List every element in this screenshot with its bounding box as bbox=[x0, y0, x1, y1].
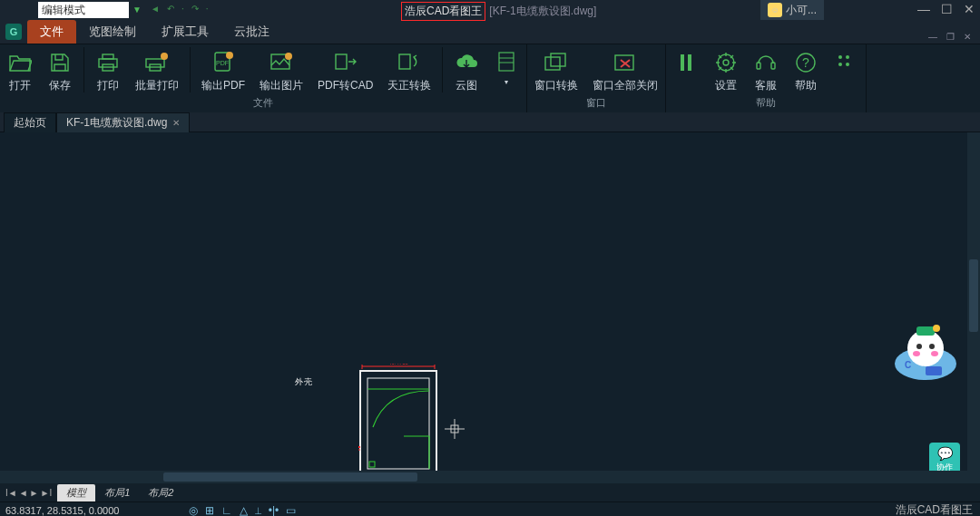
user-badge[interactable]: ☺ 小可... bbox=[760, 0, 824, 20]
winswitch-button[interactable]: 窗口转换 bbox=[527, 44, 585, 95]
svg-rect-11 bbox=[336, 54, 347, 69]
mode-dropdown-icon[interactable]: ▼ bbox=[132, 5, 142, 15]
tianzheng-button[interactable]: 天正转换 bbox=[380, 44, 438, 95]
svg-point-49 bbox=[929, 344, 935, 349]
clouddraw-button[interactable]: 云图 bbox=[446, 44, 486, 95]
document-name: [KF-1电缆敷设图.dwg] bbox=[489, 4, 596, 19]
tab-start[interactable]: 起始页 bbox=[4, 112, 56, 132]
status-grid-icon[interactable]: ⊞ bbox=[205, 504, 214, 517]
separator bbox=[190, 47, 191, 92]
tab-document[interactable]: KF-1电缆敷设图.dwg✕ bbox=[56, 112, 190, 132]
file-panel-button[interactable]: ▾ bbox=[486, 44, 526, 95]
nav-last-icon[interactable]: ►I bbox=[41, 488, 53, 498]
nav-next-icon[interactable]: ► bbox=[30, 488, 39, 498]
window-controls: — ☐ ✕ bbox=[917, 2, 975, 16]
nav-prev-icon[interactable]: ◄ bbox=[19, 488, 28, 498]
printer-icon bbox=[95, 50, 121, 75]
svg-rect-20 bbox=[688, 54, 691, 71]
batchprint-icon bbox=[144, 50, 170, 75]
svg-text:C: C bbox=[905, 360, 911, 370]
scrollbar-thumb[interactable] bbox=[969, 259, 978, 332]
service-button[interactable]: 客服 bbox=[746, 44, 786, 95]
open-button[interactable]: 打开 bbox=[0, 44, 40, 95]
svg-rect-54 bbox=[926, 366, 942, 375]
pause-button[interactable] bbox=[666, 44, 706, 95]
part-label: 外壳 bbox=[295, 376, 313, 388]
status-polar-icon[interactable]: ⟂ bbox=[255, 504, 261, 517]
pause-icon bbox=[673, 50, 699, 75]
help-icon: ? bbox=[793, 50, 818, 75]
collab-button[interactable]: 💬 协作 bbox=[929, 443, 960, 471]
pdf2cad-label: PDF转CAD bbox=[318, 78, 373, 93]
layout-1[interactable]: 布局1 bbox=[95, 484, 139, 501]
layout-2[interactable]: 布局2 bbox=[139, 484, 182, 501]
svg-rect-16 bbox=[545, 57, 560, 70]
status-track-icon[interactable]: •|• bbox=[269, 504, 279, 517]
svg-point-10 bbox=[285, 53, 292, 60]
brand-label: 浩辰CAD看图王 bbox=[896, 502, 973, 516]
svg-text:?: ? bbox=[802, 55, 809, 70]
settings-button[interactable]: 设置 bbox=[706, 44, 746, 95]
status-target-icon[interactable]: ◎ bbox=[189, 504, 198, 517]
tab-doc-label: KF-1电缆敷设图.dwg bbox=[66, 115, 167, 131]
image-icon bbox=[269, 50, 294, 75]
mascot-icon[interactable]: C bbox=[889, 314, 962, 386]
status-width-icon[interactable]: ▭ bbox=[286, 504, 296, 517]
menu-ext-label: 扩展工具 bbox=[162, 24, 209, 38]
menu-file[interactable]: 文件 bbox=[27, 20, 76, 44]
exportimg-button[interactable]: 输出图片 bbox=[252, 44, 310, 95]
svg-point-51 bbox=[931, 351, 938, 356]
winswitch-label: 窗口转换 bbox=[534, 78, 578, 93]
qat-redo-icon[interactable]: ↷ bbox=[191, 4, 199, 14]
layout1-label: 布局1 bbox=[104, 487, 130, 498]
clouddraw-label: 云图 bbox=[456, 78, 477, 93]
maximize-button[interactable]: ☐ bbox=[941, 2, 953, 16]
batchprint-button[interactable]: 批量打印 bbox=[128, 44, 186, 95]
coordinates: 63.8317, 28.5315, 0.0000 bbox=[5, 505, 119, 516]
menu-view-label: 览图绘制 bbox=[89, 24, 136, 38]
qat-undo-icon[interactable]: ↶ bbox=[167, 4, 174, 14]
horizontal-scrollbar[interactable] bbox=[0, 471, 980, 483]
scrollbar-thumb[interactable] bbox=[163, 472, 417, 482]
svg-rect-19 bbox=[681, 54, 684, 71]
vertical-scrollbar[interactable] bbox=[967, 132, 980, 471]
more-button[interactable] bbox=[826, 44, 866, 95]
mdi-minimize-icon[interactable]: — bbox=[928, 32, 937, 42]
mdi-close-icon[interactable]: ✕ bbox=[964, 32, 971, 42]
status-snap-icon[interactable]: ∟ bbox=[221, 504, 232, 517]
menu-cloud[interactable]: 云批注 bbox=[221, 20, 282, 44]
wincloseall-label: 窗口全部关闭 bbox=[593, 78, 658, 93]
menu-ext[interactable]: 扩展工具 bbox=[149, 20, 221, 44]
app-logo[interactable]: G bbox=[0, 20, 27, 44]
wincloseall-button[interactable]: 窗口全部关闭 bbox=[585, 44, 665, 95]
svg-point-5 bbox=[161, 53, 168, 60]
qat-arrow-icon[interactable]: ◄ bbox=[151, 4, 160, 14]
save-button[interactable]: 保存 bbox=[40, 44, 80, 95]
nav-first-icon[interactable]: I◄ bbox=[5, 488, 17, 498]
tab-close-icon[interactable]: ✕ bbox=[172, 118, 180, 128]
mode-selector[interactable]: 编辑模式 bbox=[38, 2, 129, 18]
exportpdf-button[interactable]: PDF输出PDF bbox=[194, 44, 252, 95]
svg-rect-0 bbox=[99, 59, 117, 67]
cloud-icon bbox=[454, 50, 479, 75]
layout2-label: 布局2 bbox=[148, 487, 173, 498]
menu-view[interactable]: 览图绘制 bbox=[76, 20, 149, 44]
drawing-content: 49.4710 bbox=[358, 364, 467, 471]
help-button[interactable]: ?帮助 bbox=[786, 44, 826, 95]
svg-point-48 bbox=[916, 344, 922, 349]
mdi-restore-icon[interactable]: ❐ bbox=[946, 32, 955, 42]
pdf2cad-button[interactable]: PDF转CAD bbox=[310, 44, 380, 95]
logo-icon: G bbox=[5, 24, 22, 40]
qat-sep: · bbox=[181, 4, 184, 14]
menu-file-label: 文件 bbox=[40, 24, 64, 38]
close-button[interactable]: ✕ bbox=[964, 2, 975, 16]
status-ortho-icon[interactable]: △ bbox=[240, 504, 248, 517]
print-button[interactable]: 打印 bbox=[88, 44, 128, 95]
drawing-canvas[interactable]: 外壳 49.4710 Y X C 💬 协作 bbox=[0, 132, 980, 471]
tianzheng-label: 天正转换 bbox=[387, 78, 431, 93]
save-icon bbox=[47, 50, 73, 75]
avatar-icon: ☺ bbox=[768, 3, 782, 17]
layout-model[interactable]: 模型 bbox=[57, 484, 95, 501]
minimize-button[interactable]: — bbox=[917, 2, 930, 16]
collab-label: 协作 bbox=[936, 462, 953, 471]
